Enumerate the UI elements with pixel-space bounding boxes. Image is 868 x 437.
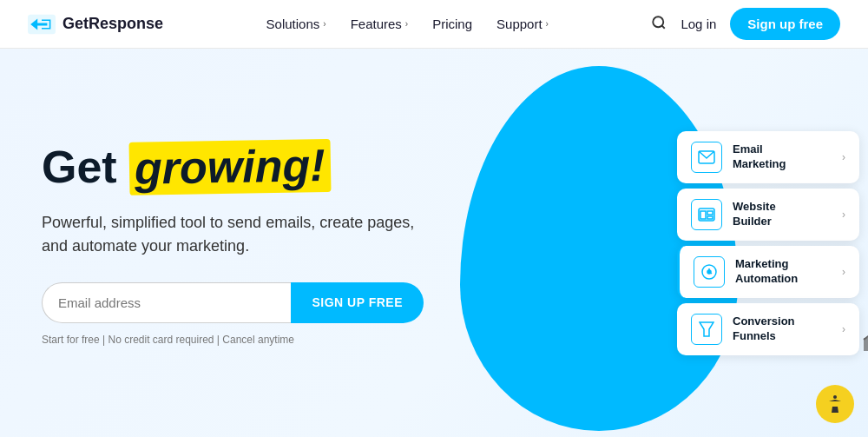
chevron-right-icon: › (842, 323, 845, 335)
header-actions: Log in Sign up free (651, 8, 840, 40)
conversion-funnels-icon (691, 314, 722, 345)
svg-marker-16 (700, 322, 713, 336)
website-builder-label: WebsiteBuilder (733, 200, 776, 229)
hero-content: Get growing! Powerful, simplified tool t… (42, 140, 424, 345)
svg-rect-11 (700, 211, 706, 219)
chevron-icon: › (405, 19, 408, 29)
feature-card-email[interactable]: EmailMarketing › (677, 131, 859, 183)
svg-rect-13 (707, 216, 713, 219)
website-builder-icon (691, 199, 722, 230)
hero-title: Get growing! (42, 140, 424, 193)
cta-button[interactable]: SIGN UP FREE (291, 282, 424, 323)
feature-card-automation[interactable]: MarketingAutomation › (677, 246, 859, 298)
chevron-icon: › (546, 19, 549, 29)
header: GetResponse Solutions › Features › Prici… (0, 0, 868, 49)
search-icon[interactable] (651, 15, 667, 34)
signup-form: SIGN UP FREE (42, 282, 424, 323)
conversion-funnels-label: ConversionFunnels (733, 315, 795, 344)
hero-subtitle: Powerful, simplified tool to send emails… (42, 211, 424, 258)
nav-pricing[interactable]: Pricing (432, 17, 472, 31)
accessibility-button[interactable] (816, 385, 854, 423)
svg-rect-12 (707, 211, 713, 215)
brand-name: GetResponse (62, 15, 163, 33)
chevron-right-icon: › (842, 266, 845, 278)
svg-point-15 (707, 270, 711, 274)
email-input[interactable] (42, 282, 291, 323)
logo-icon (28, 14, 56, 35)
email-marketing-label: EmailMarketing (733, 142, 786, 172)
feature-cards: EmailMarketing › WebsiteBuilder › (677, 131, 859, 355)
signup-button[interactable]: Sign up free (730, 8, 840, 40)
nav-features[interactable]: Features › (351, 17, 409, 31)
nav-solutions[interactable]: Solutions › (266, 17, 326, 31)
svg-point-17 (833, 395, 837, 399)
form-note: Start for free | No credit card required… (42, 334, 424, 346)
hero-section: Get growing! Powerful, simplified tool t… (0, 49, 868, 437)
hero-highlight: growing! (129, 138, 332, 195)
chevron-right-icon: › (842, 209, 845, 221)
logo[interactable]: GetResponse (28, 14, 163, 35)
marketing-automation-icon (694, 256, 725, 288)
nav-support[interactable]: Support › (496, 17, 549, 31)
marketing-automation-label: MarketingAutomation (735, 257, 798, 287)
svg-line-2 (662, 25, 665, 28)
main-nav: Solutions › Features › Pricing Support › (266, 17, 549, 31)
feature-card-website[interactable]: WebsiteBuilder › (677, 189, 859, 241)
chevron-icon: › (323, 19, 326, 29)
feature-card-funnels[interactable]: ConversionFunnels › (677, 303, 859, 355)
svg-point-1 (654, 17, 664, 27)
email-marketing-icon (691, 142, 722, 173)
login-button[interactable]: Log in (681, 17, 716, 31)
chevron-right-icon: › (842, 151, 845, 163)
